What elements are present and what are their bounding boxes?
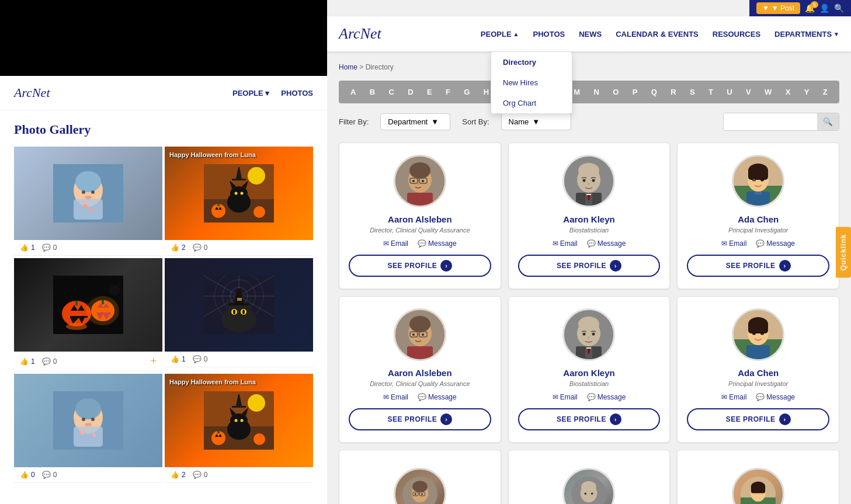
person-card-ada-chen-2: Ada Chen Principal Investigator ✉ Email … bbox=[677, 296, 839, 443]
alpha-O[interactable]: O bbox=[610, 86, 621, 98]
photo-halloween-1[interactable]: Happy Halloween from Luna bbox=[165, 147, 313, 240]
quicklink-tab[interactable]: Quicklink bbox=[836, 227, 851, 277]
breadcrumb: Home > Directory bbox=[339, 63, 839, 71]
nav-departments[interactable]: DEPARTMENTS ▼ bbox=[774, 30, 839, 39]
notifications-button[interactable]: 🔔 5 bbox=[805, 4, 815, 13]
alpha-D[interactable]: D bbox=[405, 86, 415, 98]
dropdown-directory[interactable]: Directory bbox=[491, 52, 572, 72]
comment-5[interactable]: 💬 0 bbox=[42, 471, 57, 479]
message-link-5[interactable]: 💬 Message bbox=[587, 393, 626, 401]
svg-point-135 bbox=[588, 337, 590, 339]
alpha-F[interactable]: F bbox=[443, 86, 453, 98]
alpha-N[interactable]: N bbox=[591, 86, 601, 98]
like-2[interactable]: 👍 2 bbox=[171, 244, 186, 252]
like-1[interactable]: 👍 1 bbox=[20, 244, 35, 252]
message-link-6[interactable]: 💬 Message bbox=[756, 393, 795, 401]
search-input[interactable] bbox=[724, 114, 817, 130]
alpha-A[interactable]: A bbox=[348, 86, 358, 98]
alpha-S[interactable]: S bbox=[687, 86, 697, 98]
breadcrumb-home[interactable]: Home bbox=[339, 63, 357, 71]
alpha-Y[interactable]: Y bbox=[802, 86, 812, 98]
alpha-M[interactable]: M bbox=[571, 86, 582, 98]
email-link-5[interactable]: ✉ Email bbox=[553, 393, 578, 401]
photo-baby-1[interactable] bbox=[14, 147, 162, 240]
see-profile-btn-2[interactable]: SEE PROFILE › bbox=[518, 255, 661, 277]
profile-arrow-6: › bbox=[779, 413, 791, 425]
email-link-2[interactable]: ✉ Email bbox=[553, 239, 578, 248]
gallery-item-3: 👍 1 💬 0 + bbox=[14, 258, 162, 371]
sort-arrow-icon: ▼ bbox=[532, 117, 540, 126]
department-filter[interactable]: Department ▼ bbox=[380, 113, 450, 130]
svg-rect-30 bbox=[70, 316, 88, 318]
alpha-X[interactable]: X bbox=[783, 86, 793, 98]
svg-point-18 bbox=[235, 192, 238, 195]
message-link-2[interactable]: 💬 Message bbox=[587, 239, 626, 248]
email-link-6[interactable]: ✉ Email bbox=[721, 393, 746, 401]
add-photo-3[interactable]: + bbox=[150, 355, 157, 367]
comment-1[interactable]: 💬 0 bbox=[42, 244, 57, 252]
nav-resources[interactable]: RESOURCES bbox=[713, 30, 760, 39]
photo-baby-2[interactable] bbox=[14, 374, 162, 467]
email-link-4[interactable]: ✉ Email bbox=[383, 393, 408, 401]
left-nav-photos[interactable]: PHOTOS bbox=[281, 89, 313, 98]
alpha-Q[interactable]: Q bbox=[649, 86, 659, 98]
comment-6[interactable]: 💬 0 bbox=[193, 471, 208, 479]
like-3[interactable]: 👍 1 bbox=[20, 357, 35, 366]
message-link-4[interactable]: 💬 Message bbox=[418, 393, 457, 401]
like-4[interactable]: 👍 1 bbox=[171, 355, 186, 363]
person-contact-2: ✉ Email 💬 Message bbox=[518, 239, 661, 248]
svg-point-128 bbox=[417, 337, 419, 339]
see-profile-btn-5[interactable]: SEE PROFILE › bbox=[518, 408, 661, 430]
see-profile-btn-1[interactable]: SEE PROFILE › bbox=[349, 255, 491, 277]
alpha-B[interactable]: B bbox=[367, 86, 377, 98]
like-6[interactable]: 👍 2 bbox=[171, 471, 186, 479]
svg-point-126 bbox=[412, 333, 415, 336]
see-profile-btn-4[interactable]: SEE PROFILE › bbox=[349, 408, 491, 430]
post-button[interactable]: ▼ ▼ Post bbox=[756, 2, 800, 14]
like-5[interactable]: 👍 0 bbox=[20, 471, 35, 479]
right-panel: Home > Directory A B C D E F G H I J K L… bbox=[327, 51, 851, 504]
sort-filter[interactable]: Name ▼ bbox=[501, 113, 571, 130]
alpha-H[interactable]: H bbox=[481, 86, 491, 98]
nav-news[interactable]: NEWS bbox=[579, 30, 602, 39]
user-icon[interactable]: 👤 bbox=[819, 4, 829, 13]
see-profile-btn-3[interactable]: SEE PROFILE › bbox=[687, 255, 829, 277]
message-link-3[interactable]: 💬 Message bbox=[756, 239, 795, 248]
alpha-R[interactable]: R bbox=[668, 86, 678, 98]
dropdown-org-chart[interactable]: Org Chart bbox=[491, 93, 572, 113]
search-button[interactable]: 🔍 bbox=[817, 113, 839, 130]
left-nav-people[interactable]: PEOPLE ▾ bbox=[232, 89, 269, 98]
comment-2[interactable]: 💬 0 bbox=[193, 244, 208, 252]
top-bar: ▼ ▼ Post 🔔 5 👤 🔍 bbox=[749, 0, 851, 16]
breadcrumb-separator: > bbox=[359, 63, 365, 71]
comment-3[interactable]: 💬 0 bbox=[42, 357, 57, 366]
alpha-E[interactable]: E bbox=[425, 86, 435, 98]
message-link-1[interactable]: 💬 Message bbox=[418, 239, 457, 248]
alpha-G[interactable]: G bbox=[461, 86, 472, 98]
gallery-grid: 👍 1 💬 0 Happy Halloween from Luna bbox=[14, 147, 313, 483]
alpha-Z[interactable]: Z bbox=[821, 86, 830, 98]
nav-people[interactable]: PEOPLE ▲ bbox=[481, 30, 519, 39]
nav-calendar[interactable]: CALENDAR & EVENTS bbox=[616, 30, 699, 39]
svg-rect-108 bbox=[586, 194, 591, 195]
email-link-3[interactable]: ✉ Email bbox=[721, 239, 746, 248]
svg-point-97 bbox=[422, 180, 424, 182]
email-link-1[interactable]: ✉ Email bbox=[383, 239, 408, 248]
alpha-U[interactable]: U bbox=[724, 86, 734, 98]
comment-4[interactable]: 💬 0 bbox=[193, 355, 208, 363]
search-icon[interactable]: 🔍 bbox=[834, 4, 844, 13]
alpha-T[interactable]: T bbox=[706, 86, 715, 98]
alpha-P[interactable]: P bbox=[630, 86, 640, 98]
photo-spider[interactable] bbox=[165, 258, 313, 352]
alpha-V[interactable]: V bbox=[744, 86, 753, 98]
see-profile-btn-6[interactable]: SEE PROFILE › bbox=[687, 408, 829, 430]
dropdown-new-hires[interactable]: New Hires bbox=[491, 72, 572, 93]
search-box: 🔍 bbox=[723, 113, 839, 131]
alpha-C[interactable]: C bbox=[387, 86, 397, 98]
person-name-3: Ada Chen bbox=[687, 214, 829, 224]
nav-photos[interactable]: PHOTOS bbox=[533, 30, 565, 39]
photo-pumpkin[interactable] bbox=[14, 258, 162, 352]
photo-halloween-2[interactable]: Happy Halloween from Luna bbox=[165, 374, 313, 467]
post-arrow-icon: ▼ bbox=[762, 4, 769, 12]
alpha-W[interactable]: W bbox=[762, 86, 774, 98]
